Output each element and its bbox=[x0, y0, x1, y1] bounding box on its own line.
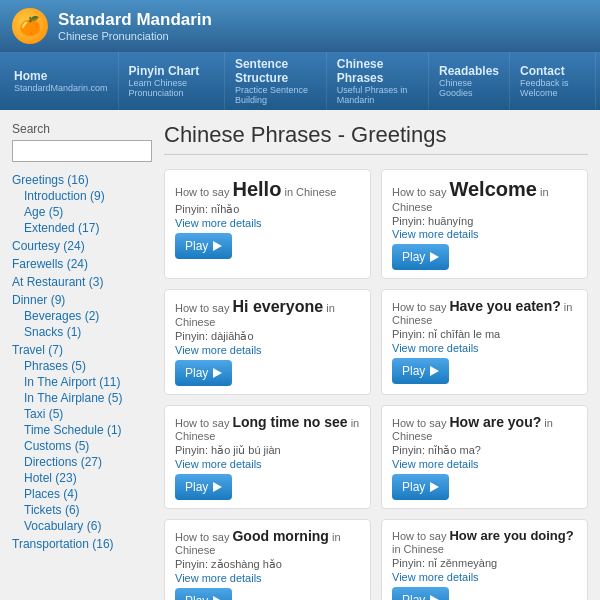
play-icon bbox=[430, 252, 439, 262]
sidebar-item-farewells[interactable]: Farewells (24) bbox=[12, 256, 152, 272]
sidebar-item-transportation[interactable]: Transportation (16) bbox=[12, 536, 152, 552]
phrase-welcome-details[interactable]: View more details bbox=[392, 228, 577, 240]
sidebar-item-snacks[interactable]: Snacks (1) bbox=[12, 324, 152, 340]
phrase-hi-everyone-pinyin: Pinyin: dàjiāhǎo bbox=[175, 330, 360, 343]
play-icon bbox=[213, 241, 222, 251]
phrase-hello-how: How to say Hello in Chinese bbox=[175, 178, 360, 201]
phrase-welcome: How to say Welcome in Chinese Pinyin: hu… bbox=[381, 169, 588, 279]
play-icon bbox=[430, 595, 439, 600]
play-icon bbox=[213, 368, 222, 378]
sidebar-item-customs[interactable]: Customs (5) bbox=[12, 438, 152, 454]
phrase-have-you-eaten-details[interactable]: View more details bbox=[392, 342, 577, 354]
sidebar-item-restaurant[interactable]: At Restaurant (3) bbox=[12, 274, 152, 290]
phrase-hi-everyone-how: How to say Hi everyone in Chinese bbox=[175, 298, 360, 328]
phrase-good-morning-play[interactable]: Play bbox=[175, 588, 232, 600]
phrase-hello: How to say Hello in Chinese Pinyin: nǐhǎ… bbox=[164, 169, 371, 279]
phrase-hi-everyone-play[interactable]: Play bbox=[175, 360, 232, 386]
phrase-how-doing-play[interactable]: Play bbox=[392, 587, 449, 600]
sidebar-travel: Travel (7) Phrases (5) In The Airport (1… bbox=[12, 342, 152, 534]
play-icon bbox=[430, 482, 439, 492]
sidebar-item-beverages[interactable]: Beverages (2) bbox=[12, 308, 152, 324]
phrase-long-time: How to say Long time no see in Chinese P… bbox=[164, 405, 371, 509]
phrase-have-you-eaten-how: How to say Have you eaten? in Chinese bbox=[392, 298, 577, 326]
play-icon bbox=[430, 366, 439, 376]
sidebar-item-phrases[interactable]: Phrases (5) bbox=[12, 358, 152, 374]
play-icon bbox=[213, 482, 222, 492]
phrase-how-doing-details[interactable]: View more details bbox=[392, 571, 577, 583]
sidebar-farewells: Farewells (24) bbox=[12, 256, 152, 272]
phrase-welcome-play[interactable]: Play bbox=[392, 244, 449, 270]
sidebar: Search Greetings (16) Introduction (9) A… bbox=[12, 122, 152, 600]
phrase-how-doing-how: How to say How are you doing? in Chinese bbox=[392, 528, 577, 555]
phrase-hi-everyone: How to say Hi everyone in Chinese Pinyin… bbox=[164, 289, 371, 395]
phrase-how-doing: How to say How are you doing? in Chinese… bbox=[381, 519, 588, 600]
main-nav: Home StandardMandarin.com Pinyin Chart L… bbox=[0, 52, 600, 110]
sidebar-item-dinner[interactable]: Dinner (9) bbox=[12, 292, 152, 308]
sidebar-item-airplane[interactable]: In The Airplane (5) bbox=[12, 390, 152, 406]
sidebar-dinner: Dinner (9) Beverages (2) Snacks (1) bbox=[12, 292, 152, 340]
sidebar-item-time-schedule[interactable]: Time Schedule (1) bbox=[12, 422, 152, 438]
site-header: 🍊 Standard Mandarin Chinese Pronunciatio… bbox=[0, 0, 600, 52]
phrase-long-time-pinyin: Pinyin: hǎo jiǔ bú jiàn bbox=[175, 444, 360, 457]
phrase-hello-play[interactable]: Play bbox=[175, 233, 232, 259]
nav-pinyin[interactable]: Pinyin Chart Learn Chinese Pronunciation bbox=[119, 52, 225, 110]
sidebar-restaurant: At Restaurant (3) bbox=[12, 274, 152, 290]
site-logo: 🍊 bbox=[12, 8, 48, 44]
search-input[interactable] bbox=[12, 140, 152, 162]
sidebar-item-travel[interactable]: Travel (7) bbox=[12, 342, 152, 358]
phrase-how-doing-pinyin: Pinyin: nǐ zěnmeyàng bbox=[392, 557, 577, 570]
phrase-good-morning: How to say Good morning in Chinese Pinyi… bbox=[164, 519, 371, 600]
site-title-block: Standard Mandarin Chinese Pronunciation bbox=[58, 10, 212, 42]
page-content: Search Greetings (16) Introduction (9) A… bbox=[0, 110, 600, 600]
phrase-good-morning-details[interactable]: View more details bbox=[175, 572, 360, 584]
phrase-have-you-eaten-pinyin: Pinyin: nǐ chīfàn le ma bbox=[392, 328, 577, 341]
sidebar-item-age[interactable]: Age (5) bbox=[12, 204, 152, 220]
page-title: Chinese Phrases - Greetings bbox=[164, 122, 588, 155]
phrase-long-time-how: How to say Long time no see in Chinese bbox=[175, 414, 360, 442]
phrase-long-time-play[interactable]: Play bbox=[175, 474, 232, 500]
phrase-hi-everyone-details[interactable]: View more details bbox=[175, 344, 360, 356]
phrase-how-are-you: How to say How are you? in Chinese Pinyi… bbox=[381, 405, 588, 509]
sidebar-item-hotel[interactable]: Hotel (23) bbox=[12, 470, 152, 486]
site-title: Standard Mandarin bbox=[58, 10, 212, 30]
site-subtitle: Chinese Pronunciation bbox=[58, 30, 212, 42]
phrase-good-morning-how: How to say Good morning in Chinese bbox=[175, 528, 360, 556]
sidebar-item-extended[interactable]: Extended (17) bbox=[12, 220, 152, 236]
sidebar-greetings: Greetings (16) Introduction (9) Age (5) … bbox=[12, 172, 152, 236]
sidebar-item-courtesy[interactable]: Courtesy (24) bbox=[12, 238, 152, 254]
phrase-how-are-you-pinyin: Pinyin: nǐhǎo ma? bbox=[392, 444, 577, 457]
phrase-long-time-details[interactable]: View more details bbox=[175, 458, 360, 470]
nav-sentence[interactable]: Sentence Structure Practice Sentence Bui… bbox=[225, 52, 327, 110]
phrase-welcome-how: How to say Welcome in Chinese bbox=[392, 178, 577, 213]
play-icon bbox=[213, 596, 222, 600]
sidebar-courtesy: Courtesy (24) bbox=[12, 238, 152, 254]
nav-contact[interactable]: Contact Feedback is Welcome bbox=[510, 52, 596, 110]
sidebar-item-vocabulary[interactable]: Vocabulary (6) bbox=[12, 518, 152, 534]
phrase-good-morning-pinyin: Pinyin: zǎoshàng hǎo bbox=[175, 558, 360, 571]
sidebar-item-directions[interactable]: Directions (27) bbox=[12, 454, 152, 470]
nav-phrases[interactable]: Chinese Phrases Useful Phrases in Mandar… bbox=[327, 52, 429, 110]
sidebar-item-tickets[interactable]: Tickets (6) bbox=[12, 502, 152, 518]
nav-home[interactable]: Home StandardMandarin.com bbox=[4, 52, 119, 110]
phrase-how-are-you-how: How to say How are you? in Chinese bbox=[392, 414, 577, 442]
sidebar-item-greetings[interactable]: Greetings (16) bbox=[12, 172, 152, 188]
sidebar-transportation: Transportation (16) bbox=[12, 536, 152, 552]
phrase-welcome-pinyin: Pinyin: huānyíng bbox=[392, 215, 577, 227]
nav-readables[interactable]: Readables Chinese Goodies bbox=[429, 52, 510, 110]
search-label: Search bbox=[12, 122, 152, 136]
main-content: Chinese Phrases - Greetings How to say H… bbox=[164, 122, 588, 600]
sidebar-item-introduction[interactable]: Introduction (9) bbox=[12, 188, 152, 204]
sidebar-item-taxi[interactable]: Taxi (5) bbox=[12, 406, 152, 422]
phrase-hello-pinyin: Pinyin: nǐhǎo bbox=[175, 203, 360, 216]
sidebar-item-airport[interactable]: In The Airport (11) bbox=[12, 374, 152, 390]
phrase-how-are-you-details[interactable]: View more details bbox=[392, 458, 577, 470]
phrase-how-are-you-play[interactable]: Play bbox=[392, 474, 449, 500]
phrases-grid: How to say Hello in Chinese Pinyin: nǐhǎ… bbox=[164, 169, 588, 600]
sidebar-item-places[interactable]: Places (4) bbox=[12, 486, 152, 502]
phrase-have-you-eaten-play[interactable]: Play bbox=[392, 358, 449, 384]
phrase-hello-details[interactable]: View more details bbox=[175, 217, 360, 229]
phrase-have-you-eaten: How to say Have you eaten? in Chinese Pi… bbox=[381, 289, 588, 395]
